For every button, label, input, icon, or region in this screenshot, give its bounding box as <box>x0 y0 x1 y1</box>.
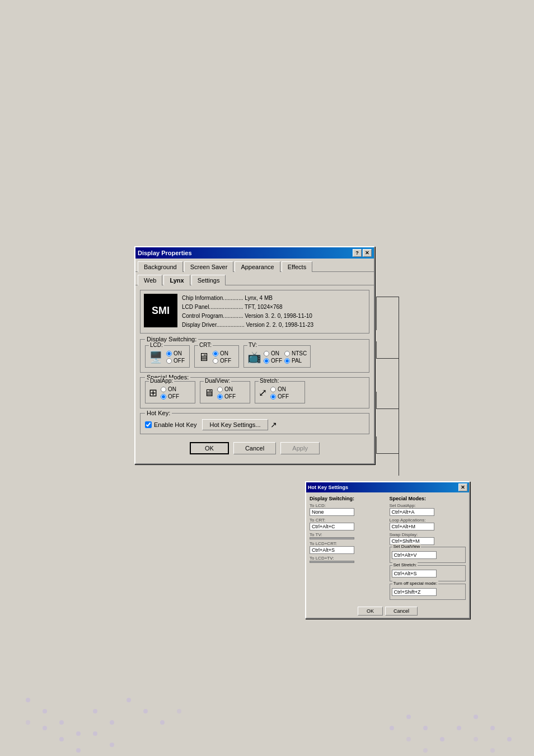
dualview-label: DualView: <box>204 378 231 384</box>
close-button[interactable]: ✕ <box>363 249 372 257</box>
cancel-button[interactable]: Cancel <box>233 442 276 454</box>
hotkey-loop-apps-value[interactable]: Ctrl+Alt+M <box>390 523 434 530</box>
svg-point-15 <box>177 709 181 713</box>
hotkey-to-crt-label: To CRT: <box>310 518 386 523</box>
hotkey-set-dualview-group: Set DualView Ctrl+Alt+V <box>390 547 466 563</box>
hotkey-set-stretch-group: Set Stretch: Ctrl+Alt+S <box>390 565 466 581</box>
stretch-radio-group: ON OFF <box>270 386 289 400</box>
titlebar-buttons: ? ✕ <box>353 249 372 257</box>
svg-point-24 <box>406 737 411 741</box>
tv-ntsc-radio[interactable] <box>284 351 290 356</box>
hotkey-turn-off-special-value[interactable]: Ctrl+Shift+Z <box>392 588 437 596</box>
ok-button[interactable]: OK <box>190 442 229 454</box>
hotkey-to-tv-value[interactable] <box>310 537 354 539</box>
vertical-connector <box>399 297 399 476</box>
hotkey-ok-button[interactable]: OK <box>358 607 383 616</box>
lcd-off-radio[interactable] <box>166 358 172 364</box>
stretch-icon: ⤢ <box>259 387 267 399</box>
hotkey-cancel-button[interactable]: Cancel <box>385 607 418 616</box>
crt-group: CRT: 🖥 ON OFF <box>194 345 239 368</box>
dualapp-radio-group: ON OFF <box>161 386 179 400</box>
svg-point-16 <box>390 726 394 730</box>
dualview-off-radio[interactable] <box>217 394 223 400</box>
hotkey-set-stretch-value[interactable]: Ctrl+Alt+S <box>392 570 437 577</box>
info-line3: Control Program............. Version 3. … <box>182 312 313 321</box>
svg-point-18 <box>423 726 428 730</box>
hotkey-set-dualapp-label: Set DualApp: <box>390 503 466 508</box>
tab-screen-saver[interactable]: Screen Saver <box>184 261 234 272</box>
connector-line-3 <box>376 341 377 358</box>
tv-ntsc-label: NTSC <box>292 350 307 356</box>
svg-point-17 <box>406 715 411 719</box>
svg-point-22 <box>490 726 495 730</box>
crt-on-radio[interactable] <box>213 351 218 356</box>
connector-line-5 <box>376 392 377 408</box>
enable-hotkey-checkbox[interactable] <box>145 421 152 428</box>
svg-point-0 <box>26 698 30 702</box>
connector-line-2 <box>376 297 399 297</box>
crt-radio-group: ON OFF <box>213 350 231 364</box>
crt-on-row: ON <box>213 350 231 356</box>
enable-hotkey-row: Enable Hot Key <box>145 421 196 428</box>
hotkey-loop-apps-item: Loop Applications: Ctrl+Alt+M <box>390 518 466 530</box>
lcd-on-radio[interactable] <box>166 351 172 356</box>
stretch-on-radio[interactable] <box>270 387 276 392</box>
hotkey-settings-button[interactable]: Hot Key Settings... <box>202 419 268 430</box>
hotkey-to-lcd-crt-value[interactable]: Ctrl+Alt+S <box>310 546 354 554</box>
tab-background[interactable]: Background <box>138 261 183 272</box>
lcd-off-label: OFF <box>174 358 185 364</box>
stretch-off-label: OFF <box>278 393 289 400</box>
dualview-radio-group: ON OFF <box>217 386 236 400</box>
dualapp-on-label: ON <box>168 386 176 392</box>
crt-off-radio[interactable] <box>213 358 218 364</box>
hotkey-set-dualview-label: Set DualView <box>392 544 421 549</box>
dualview-on-radio[interactable] <box>217 387 223 392</box>
tab-appearance[interactable]: Appearance <box>235 261 280 272</box>
dualapp-off-radio[interactable] <box>161 394 166 400</box>
tab-effects[interactable]: Effects <box>282 261 312 272</box>
svg-point-27 <box>490 748 495 753</box>
dualview-on-row: ON <box>217 386 236 392</box>
dualapp-icon: ⊞ <box>149 387 157 399</box>
tv-pal-label: PAL <box>292 358 302 364</box>
connector-line-1 <box>376 297 377 330</box>
hotkey-close-button[interactable]: ✕ <box>458 483 467 491</box>
info-section: SMI Chip Information............. Lynx, … <box>140 290 369 334</box>
tv-pal-radio[interactable] <box>284 358 290 364</box>
dualapp-inner: ⊞ ON OFF <box>149 386 191 400</box>
hotkey-loop-apps-label: Loop Applications: <box>390 518 466 523</box>
svg-point-5 <box>110 720 114 725</box>
stretch-off-row: OFF <box>270 393 289 400</box>
apply-button[interactable]: Apply <box>280 442 320 454</box>
hotkey-to-lcd-tv-item: To LCD+TV: <box>310 556 386 563</box>
svg-point-2 <box>59 720 64 725</box>
hotkey-to-lcd-value[interactable]: None <box>310 508 354 516</box>
tab-lynx[interactable]: Lynx <box>163 275 190 285</box>
crt-label: CRT: <box>198 342 213 348</box>
dualapp-on-radio[interactable] <box>161 387 166 392</box>
dualview-icon: 🖥 <box>204 387 214 399</box>
svg-point-12 <box>110 743 114 747</box>
help-button[interactable]: ? <box>353 249 362 257</box>
tv-group: TV: 📺 ON OFF <box>243 345 311 368</box>
hotkey-to-crt-value[interactable]: Ctrl+Alt+C <box>310 523 354 530</box>
hotkey-special-modes-title: Special Modes: <box>390 496 466 501</box>
svg-point-9 <box>59 737 64 741</box>
lcd-label: LCD: <box>149 342 164 348</box>
hotkey-settings-dialog: Hot Key Settings ✕ Display Switching: To… <box>305 481 470 619</box>
stretch-off-radio[interactable] <box>270 394 276 400</box>
lcd-group: LCD: 🖥️ ON OFF <box>145 345 190 368</box>
tab-settings[interactable]: Settings <box>191 275 226 285</box>
hotkey-set-dualview-value[interactable]: Ctrl+Alt+V <box>392 551 437 559</box>
connector-line-6 <box>376 408 399 409</box>
hotkey-set-dualapp-value[interactable]: Ctrl+Alt+A <box>390 508 434 516</box>
hotkey-turn-off-special-label: Turn off special mode: <box>392 581 439 586</box>
hotkey-to-lcd-tv-value[interactable] <box>310 561 354 563</box>
tv-off-radio[interactable] <box>264 358 269 364</box>
lcd-on-label: ON <box>174 350 182 356</box>
hotkey-to-lcd-label: To LCD: <box>310 503 386 508</box>
tv-on-radio[interactable] <box>264 351 269 356</box>
tab-web[interactable]: Web <box>138 275 162 285</box>
svg-point-13 <box>26 720 30 725</box>
lcd-device-icon: 🖥️ <box>149 350 163 364</box>
